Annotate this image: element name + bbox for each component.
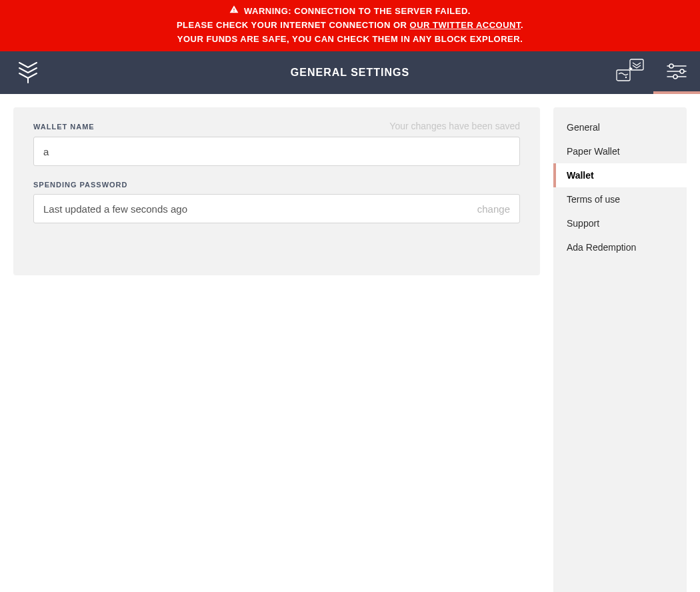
warning-line3: YOUR FUNDS ARE SAFE, YOU CAN CHECK THEM … bbox=[13, 32, 687, 46]
change-password-button[interactable]: change bbox=[477, 203, 510, 215]
warning-line2: PLEASE CHECK YOUR INTERNET CONNECTION OR… bbox=[13, 18, 687, 32]
sidebar-item-paper-wallet[interactable]: Paper Wallet bbox=[553, 139, 687, 163]
settings-button[interactable] bbox=[653, 51, 700, 94]
spending-password-group: SPENDING PASSWORD Last updated a few sec… bbox=[33, 181, 520, 223]
sidebar-item-ada-redemption[interactable]: Ada Redemption bbox=[553, 235, 687, 259]
svg-point-3 bbox=[625, 77, 627, 78]
warning-banner: WARNING: CONNECTION TO THE SERVER FAILED… bbox=[0, 0, 700, 51]
sidebar-item-terms-of-use[interactable]: Terms of use bbox=[553, 187, 687, 211]
spending-password-row: Last updated a few seconds ago change bbox=[33, 194, 520, 223]
svg-point-9 bbox=[673, 75, 677, 79]
wallets-stack-icon bbox=[615, 58, 645, 87]
app-logo[interactable] bbox=[0, 51, 56, 94]
password-updated-text: Last updated a few seconds ago bbox=[43, 203, 187, 215]
svg-rect-2 bbox=[617, 70, 630, 81]
sidebar-item-support[interactable]: Support bbox=[553, 211, 687, 235]
sidebar-item-general[interactable]: General bbox=[553, 115, 687, 139]
wallet-name-group: WALLET NAME Your changes have been saved bbox=[33, 121, 520, 166]
main-settings-panel: WALLET NAME Your changes have been saved… bbox=[13, 107, 540, 275]
wallet-name-input[interactable] bbox=[33, 137, 520, 166]
wallet-name-label: WALLET NAME bbox=[33, 123, 95, 131]
spending-password-label: SPENDING PASSWORD bbox=[33, 181, 127, 189]
page-title: GENERAL SETTINGS bbox=[291, 67, 409, 79]
content-area: WALLET NAME Your changes have been saved… bbox=[0, 94, 700, 592]
settings-sidebar: General Paper Wallet Wallet Terms of use… bbox=[553, 107, 687, 592]
twitter-link[interactable]: OUR TWITTER ACCOUNT bbox=[410, 20, 521, 30]
svg-point-7 bbox=[680, 69, 684, 73]
header-actions bbox=[607, 51, 700, 94]
wallets-button[interactable] bbox=[607, 51, 653, 94]
warning-line1: WARNING: CONNECTION TO THE SERVER FAILED… bbox=[244, 4, 471, 18]
sidebar-item-wallet[interactable]: Wallet bbox=[553, 163, 687, 187]
warning-icon bbox=[229, 4, 239, 18]
settings-sliders-icon bbox=[666, 63, 687, 82]
svg-point-5 bbox=[669, 64, 673, 68]
save-status: Your changes have been saved bbox=[389, 121, 520, 131]
header-bar: GENERAL SETTINGS bbox=[0, 51, 700, 94]
